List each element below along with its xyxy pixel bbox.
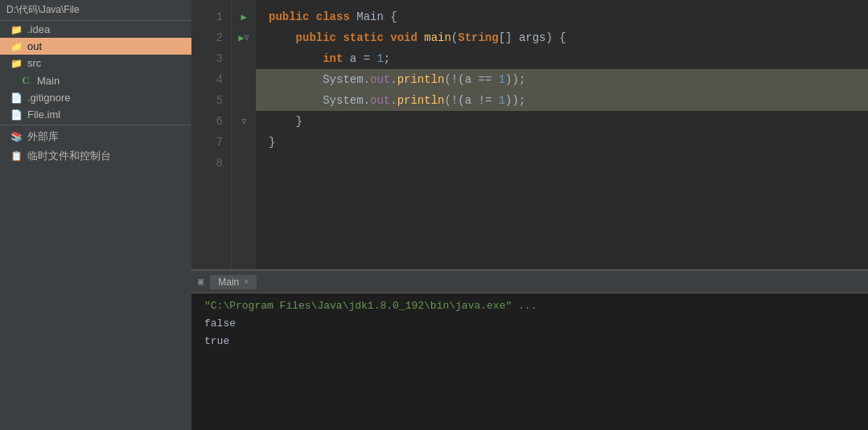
line-num-6: 6 <box>200 111 223 132</box>
line-num-3: 3 <box>200 48 223 69</box>
scratch-icon: 📋 <box>10 150 23 162</box>
sidebar-divider <box>0 125 191 125</box>
console-output: "C:\Program Files\Java\jdk1.8.0_192\bin\… <box>191 293 868 430</box>
code-line-6: } <box>256 111 868 132</box>
gutter-5 <box>232 90 256 111</box>
paren-5: (!(a != <box>444 90 498 111</box>
num1-4: 1 <box>499 69 505 90</box>
gutter-8 <box>232 153 256 174</box>
sidebar-item-label: Main <box>37 75 60 87</box>
run-icon-1[interactable]: ▶ <box>241 11 246 23</box>
indent-3 <box>269 48 323 69</box>
method-main: main <box>424 27 451 48</box>
line-num-5: 5 <box>200 90 223 111</box>
gutter-3 <box>232 48 256 69</box>
sidebar-item-label: 外部库 <box>27 129 59 144</box>
kw-string: String <box>458 27 498 48</box>
kw-public: public <box>269 6 316 27</box>
line-num-1: 1 <box>200 6 223 27</box>
system-5: System. <box>323 90 370 111</box>
console-tab-close[interactable]: × <box>244 277 249 286</box>
line-num-4: 4 <box>200 69 223 90</box>
line-num-7: 7 <box>200 132 223 153</box>
empty-line-8 <box>269 153 275 174</box>
console-result-false: false <box>204 315 855 333</box>
folder-icon: 📁 <box>10 41 23 52</box>
code-line-3: int a = 1; <box>256 48 868 69</box>
file-icon: 📄 <box>10 92 23 104</box>
code-container: 1 2 3 4 5 6 7 8 ▶ ▶ ▽ <box>191 0 868 269</box>
indent-6 <box>269 111 296 132</box>
indent-4 <box>269 69 323 90</box>
console-area: ▣ Main × "C:\Program Files\Java\jdk1.8.0… <box>191 269 868 430</box>
console-result-true: true <box>204 333 855 350</box>
code-line-5: System.out.println(!(a != 1)); <box>256 90 868 111</box>
sidebar-item-fileiml[interactable]: 📄 File.iml <box>0 106 191 123</box>
out-field-5: out <box>370 90 390 111</box>
sidebar-title: D:\代码\Java\File <box>0 0 191 21</box>
class-icon: C <box>19 74 32 87</box>
kw-public2: public <box>296 27 343 48</box>
fold-icon-6: ▽ <box>241 117 246 126</box>
var-a: a = <box>350 48 377 69</box>
println-5: println <box>397 90 445 111</box>
out-field-4: out <box>370 69 390 90</box>
gutter-7 <box>232 132 256 153</box>
sidebar-item-out[interactable]: 📁 out <box>0 38 191 55</box>
file-icon: 📄 <box>10 109 23 121</box>
folder-icon: 📁 <box>10 58 23 69</box>
line-numbers: 1 2 3 4 5 6 7 8 <box>191 0 232 269</box>
code-line-2: public static void main(String[] args) { <box>256 27 868 48</box>
code-line-7: } <box>256 132 868 153</box>
kw-static: static <box>343 27 390 48</box>
gutter-run-1[interactable]: ▶ <box>232 6 256 27</box>
paren-4: (!(a == <box>444 69 498 90</box>
gutter: ▶ ▶ ▽ ▽ <box>232 0 256 269</box>
brace-close-7: } <box>269 132 275 153</box>
fold-icon-2: ▽ <box>245 33 249 43</box>
sidebar-item-label: .gitignore <box>27 92 70 104</box>
kw-int: int <box>323 48 350 69</box>
paren-open: ( <box>451 27 458 48</box>
sidebar-item-label: out <box>27 40 42 52</box>
sidebar-item-gitignore[interactable]: 📄 .gitignore <box>0 89 191 106</box>
close-4: )); <box>505 69 525 90</box>
code-line-4: System.out.println(!(a == 1)); <box>256 69 868 90</box>
sidebar-item-src[interactable]: 📁 src <box>0 55 191 72</box>
gutter-run-2[interactable]: ▶ ▽ <box>232 27 256 48</box>
sidebar-item-label: .idea <box>27 23 50 35</box>
code-line-1: public class Main { <box>256 6 868 27</box>
sidebar-item-label: File.iml <box>27 109 60 121</box>
console-icon: ▣ <box>198 276 204 288</box>
classname-main: Main { <box>356 6 397 27</box>
indent-5 <box>269 90 323 111</box>
run-icon-2[interactable]: ▶ <box>238 32 244 44</box>
folder-icon: 📁 <box>10 24 23 35</box>
sidebar-item-extlibs[interactable]: 📚 外部库 <box>0 127 191 146</box>
sidebar-item-idea[interactable]: 📁 .idea <box>0 21 191 38</box>
console-cmd-line: "C:\Program Files\Java\jdk1.8.0_192\bin\… <box>204 300 855 312</box>
console-tab-label: Main <box>218 276 239 288</box>
gutter-fold-6[interactable]: ▽ <box>232 111 256 132</box>
sidebar-item-main[interactable]: C Main <box>0 72 191 89</box>
main-area: 1 2 3 4 5 6 7 8 ▶ ▶ ▽ <box>191 0 868 430</box>
semicolon-3: ; <box>384 48 390 69</box>
libs-icon: 📚 <box>10 131 23 142</box>
line-num-8: 8 <box>200 153 223 174</box>
system-4: System. <box>323 69 370 90</box>
line-num-2: 2 <box>200 27 223 48</box>
kw-void: void <box>390 27 424 48</box>
console-tab-main[interactable]: Main × <box>210 275 257 289</box>
sidebar: D:\代码\Java\File 📁 .idea 📁 out 📁 src C Ma… <box>0 0 191 430</box>
console-tab-bar: ▣ Main × <box>191 271 868 293</box>
num1-5: 1 <box>499 90 505 111</box>
code-lines[interactable]: public class Main { public static void m… <box>256 0 868 269</box>
num-1: 1 <box>376 48 383 69</box>
indent-2 <box>269 27 296 48</box>
brackets: [] args) { <box>499 27 566 48</box>
kw-class: class <box>316 6 356 27</box>
sidebar-item-label: 临时文件和控制台 <box>27 149 111 163</box>
sidebar-item-scratch[interactable]: 📋 临时文件和控制台 <box>0 146 191 166</box>
sidebar-item-label: src <box>27 57 41 69</box>
println-4: println <box>397 69 445 90</box>
